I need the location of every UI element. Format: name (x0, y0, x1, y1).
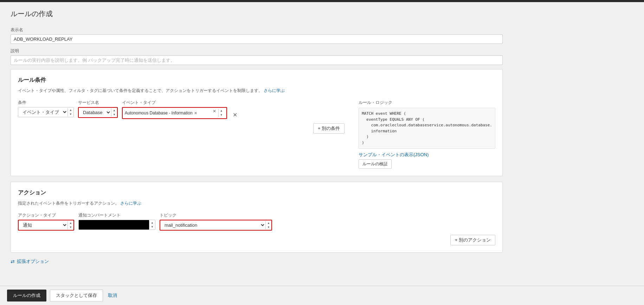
expand-icon: ⇄ (11, 259, 15, 264)
compartment-spinners: ▲ ▼ (149, 221, 155, 229)
page-container: ルールの作成 表示名 説明 ルール条件 イベント・タイプや属性、フィルタ・タグに… (0, 2, 644, 305)
service-name-select[interactable]: Database (79, 108, 111, 117)
action-type-spin-down[interactable]: ▼ (68, 225, 73, 230)
sample-event-link[interactable]: サンプル・イベントの表示(JSON) (359, 152, 495, 158)
condition-spin-up[interactable]: ▲ (68, 108, 73, 112)
event-type-field-row: Autonomous Database - Information ✕ ✕ ▲ … (122, 107, 227, 119)
description-input[interactable] (11, 55, 503, 65)
compartment-label: 通知コンパートメント (78, 212, 155, 218)
event-type-tag-text: Autonomous Database - Information (125, 111, 193, 115)
rule-logic-links: サンプル・イベントの表示(JSON) ルールの検証 (359, 152, 495, 169)
condition-spin-down[interactable]: ▼ (68, 112, 73, 117)
rule-conditions-learn-more[interactable]: さらに学ぶ (264, 88, 285, 93)
action-type-group: アクション・タイプ 通知 ▲ ▼ (18, 212, 74, 231)
remove-condition-btn[interactable]: ✕ (231, 112, 239, 118)
expand-options-link[interactable]: 拡張オプション (17, 258, 49, 265)
event-type-tag: Autonomous Database - Information ✕ (125, 111, 197, 115)
condition-select-wrapper: イベント・タイプ ▲ ▼ (18, 107, 74, 117)
condition-group: 条件 イベント・タイプ ▲ ▼ (18, 100, 74, 117)
topic-select-wrapper: mail_notification ▲ ▼ (160, 220, 272, 231)
display-name-group: 表示名 (11, 27, 633, 44)
actions-title: アクション (18, 189, 495, 197)
service-spin-up[interactable]: ▲ (111, 108, 117, 113)
conditions-left: 条件 イベント・タイプ ▲ ▼ サービス (18, 100, 344, 169)
add-condition-row: + 別の条件 (18, 123, 344, 134)
action-type-label: アクション・タイプ (18, 212, 74, 218)
compartment-spin-down[interactable]: ▼ (149, 225, 155, 229)
condition-label: 条件 (18, 100, 74, 106)
action-type-spinners: ▲ ▼ (67, 221, 73, 230)
actions-desc-text: 指定されたイベント条件をトリガーするアクション。 (18, 201, 119, 206)
rule-logic-code: MATCH event WHERE ( eventType EQUALS ANY… (359, 108, 495, 149)
action-type-select-wrapper: 通知 ▲ ▼ (18, 220, 74, 231)
actions-desc: 指定されたイベント条件をトリガーするアクション。 さらに学ぶ (18, 200, 495, 207)
validate-rule-btn[interactable]: ルールの検証 (359, 159, 392, 169)
compartment-group: 通知コンパートメント ▲ ▼ (78, 212, 155, 230)
add-action-btn[interactable]: + 別のアクション (450, 235, 495, 245)
display-name-input[interactable] (11, 34, 503, 44)
compartment-select-wrapper: ▲ ▼ (78, 220, 155, 230)
rule-logic-panel: ルール・ロジック MATCH event WHERE ( eventType E… (359, 100, 495, 169)
event-type-tag-close[interactable]: ✕ (194, 111, 197, 115)
event-type-expand: ✕ ▲ ▼ (199, 109, 224, 117)
condition-select[interactable]: イベント・タイプ (18, 107, 67, 117)
action-type-select[interactable]: 通知 (19, 220, 67, 230)
create-rule-btn[interactable]: ルールの作成 (7, 290, 46, 301)
service-name-group: サービス名 Database ▲ ▼ (78, 100, 118, 118)
actions-learn-more[interactable]: さらに学ぶ (120, 201, 141, 206)
description-label: 説明 (11, 48, 633, 54)
event-type-spin-up[interactable]: ▲ (219, 109, 224, 113)
topic-label: トピック (160, 212, 272, 218)
service-spin-down[interactable]: ▼ (111, 113, 117, 117)
service-name-spinners: ▲ ▼ (111, 108, 117, 117)
event-type-spinners: ▲ ▼ (218, 109, 224, 117)
footer-bar: ルールの作成 スタックとして保存 取消 (0, 286, 644, 305)
conditions-content: 条件 イベント・タイプ ▲ ▼ サービス (18, 100, 495, 169)
compartment-select[interactable] (79, 220, 149, 230)
topic-group: トピック mail_notification ▲ ▼ (160, 212, 272, 231)
event-type-group: イベント・タイプ Autonomous Database - Informati… (122, 100, 227, 119)
rule-conditions-desc-text: イベント・タイプや属性、フィルタ・タグに基づいて条件を定義することで、アクション… (18, 88, 263, 93)
event-type-x-btn[interactable]: ✕ (213, 109, 216, 117)
event-type-label: イベント・タイプ (122, 100, 227, 106)
conditions-row: 条件 イベント・タイプ ▲ ▼ サービス (18, 100, 344, 119)
event-type-field[interactable]: Autonomous Database - Information ✕ ✕ ▲ … (122, 107, 227, 119)
topic-select[interactable]: mail_notification (160, 220, 265, 230)
description-group: 説明 (11, 48, 633, 65)
topic-spin-up[interactable]: ▲ (266, 221, 271, 225)
rule-conditions-title: ルール条件 (18, 77, 495, 84)
rule-conditions-desc: イベント・タイプや属性、フィルタ・タグに基づいて条件を定義することで、アクション… (18, 87, 495, 94)
action-row: アクション・タイプ 通知 ▲ ▼ 通知コンパートメント (18, 212, 495, 231)
save-stack-btn[interactable]: スタックとして保存 (50, 290, 103, 301)
service-name-label: サービス名 (78, 100, 118, 106)
rule-conditions-card: ルール条件 イベント・タイプや属性、フィルタ・タグに基づいて条件を定義することで… (11, 69, 503, 176)
display-name-label: 表示名 (11, 27, 633, 33)
condition-spinners: ▲ ▼ (67, 108, 73, 117)
compartment-spin-up[interactable]: ▲ (149, 221, 155, 225)
add-condition-btn[interactable]: + 別の条件 (313, 123, 344, 134)
actions-card: アクション 指定されたイベント条件をトリガーするアクション。 さらに学ぶ アクシ… (11, 182, 503, 253)
event-type-spin-down[interactable]: ▼ (219, 113, 224, 117)
service-name-select-wrapper: Database ▲ ▼ (78, 107, 118, 118)
topic-spin-down[interactable]: ▼ (266, 225, 271, 230)
action-type-spin-up[interactable]: ▲ (68, 221, 73, 225)
expand-options: ⇄ 拡張オプション (11, 258, 633, 265)
rule-logic-title: ルール・ロジック (359, 100, 495, 106)
add-action-row: + 別のアクション (18, 235, 495, 245)
topic-spinners: ▲ ▼ (265, 221, 271, 230)
cancel-btn[interactable]: 取消 (107, 290, 118, 301)
page-title: ルールの作成 (11, 9, 633, 19)
